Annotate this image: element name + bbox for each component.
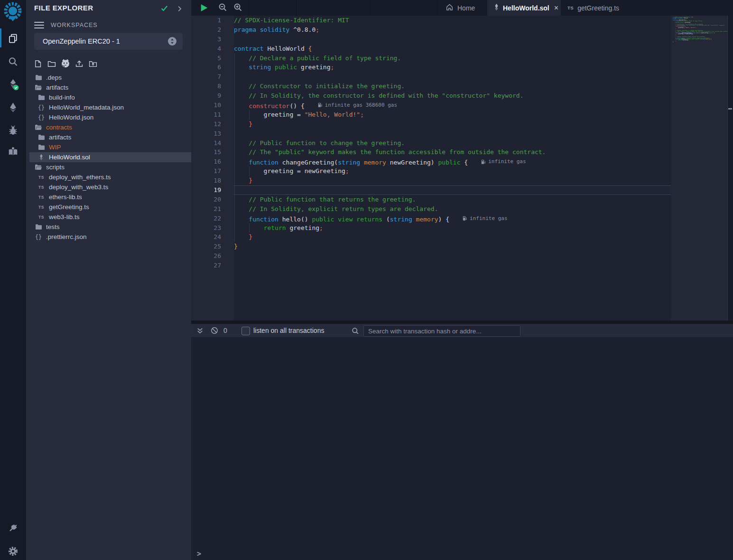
code-line-23[interactable]: return greeting; [234,223,671,233]
zoom-in-icon[interactable] [233,3,243,13]
code-line-16[interactable]: function changeGreeting(string memory ne… [234,157,671,166]
tab-separator [437,0,437,16]
code-line-15[interactable]: // The "public" keyword makes the functi… [234,147,671,157]
minimap[interactable]: // SPDX-License-Identifier: MITpragma so… [673,17,729,55]
tab-getgreeting-ts[interactable]: TS getGreeting.ts [561,0,628,16]
code-line-13[interactable] [234,129,671,138]
json-icon: {} [34,234,43,240]
code-line-2[interactable]: pragma solidity ^0.8.0; [234,25,671,35]
tree-item-.prettierrc.json[interactable]: {}.prettierrc.json [26,232,191,242]
debugger-icon[interactable] [0,120,26,139]
tree-item-artifacts[interactable]: artifacts [26,83,191,92]
code-line-21[interactable]: // In Solidity, explicit return types ar… [234,204,671,214]
line-number: 23 [191,223,234,233]
folder-open-icon [34,164,43,170]
tree-item-web3-lib.ts[interactable]: TSweb3-lib.ts [26,212,191,222]
code-line-19[interactable] [234,185,671,195]
tree-item-HelloWorld.sol[interactable]: HelloWorld.sol [29,152,191,162]
check-icon[interactable] [160,5,168,14]
code-line-18[interactable]: } [234,176,671,185]
upload-folder-icon[interactable] [89,59,97,68]
plugin-manager-icon[interactable] [0,519,26,538]
new-file-icon[interactable] [34,59,42,68]
learn-book-icon[interactable] [0,142,26,161]
tree-item-HelloWorld_metadata.json[interactable]: {}HelloWorld_metadata.json [26,102,191,112]
tab-helloworld-sol[interactable]: HelloWorld.sol × [487,0,561,16]
code-line-8[interactable]: // Constructor to initialize the greetin… [234,82,671,91]
code-line-7[interactable] [234,72,671,82]
tree-item-getGreeting.ts[interactable]: TSgetGreeting.ts [26,202,191,212]
code-line-10[interactable]: constructor() {infinite gas 368600 gas [234,101,671,110]
tree-item-build-info[interactable]: build-info [26,92,191,102]
line-number: 20 [191,195,234,204]
tab-home-label: Home [457,4,475,12]
code-line-24[interactable]: } [234,232,671,242]
tree-item-WIP[interactable]: WIP [26,142,191,152]
zoom-out-icon[interactable] [218,3,228,13]
tree-item-label: getGreeting.ts [49,203,89,211]
code-line-20[interactable]: // Public function that returns the gree… [234,195,671,204]
listen-transactions-checkbox[interactable] [241,327,250,335]
clear-console-icon[interactable] [211,327,218,336]
close-tab-icon[interactable]: × [554,4,558,12]
code-line-26[interactable] [234,251,671,261]
tree-item-scripts[interactable]: scripts [26,162,191,172]
code-line-12[interactable]: } [234,119,671,129]
code-line-5[interactable]: // Declare a public field of type string… [234,54,671,63]
tree-item-HelloWorld.json[interactable]: {}HelloWorld.json [26,112,191,122]
tree-item-label: .deps [46,74,62,81]
github-clone-icon[interactable] [61,59,70,68]
solidity-compiler-icon[interactable] [0,75,26,94]
tree-item-.deps[interactable]: .deps [26,73,191,83]
remix-ide-window: FILE EXPLORER WORKSPACES OpenZeppelin ER… [0,0,733,560]
transaction-search-input[interactable] [363,325,520,337]
settings-gear-icon[interactable] [0,542,26,560]
line-number: 21 [191,204,234,214]
code-line-9[interactable]: // In Solidity, the constructor is defin… [234,91,671,101]
tree-item-deploy_with_ethers.ts[interactable]: TSdeploy_with_ethers.ts [26,172,191,182]
code-line-4[interactable]: contract HelloWorld { [234,44,671,54]
tab-home[interactable]: Home [440,0,487,16]
line-number: 19 [191,185,234,195]
code-line-25[interactable]: } [234,242,671,251]
chevron-right-icon[interactable] [176,5,183,14]
search-icon[interactable] [0,52,26,71]
activity-bar [0,0,27,560]
code-line-3[interactable] [234,35,671,44]
files-icon[interactable] [0,28,26,47]
tree-item-deploy_with_web3.ts[interactable]: TSdeploy_with_web3.ts [26,182,191,192]
code-line-1[interactable]: // SPDX-License-Identifier: MIT [234,16,671,25]
code-line-6[interactable]: string public greeting; [234,63,671,72]
workspaces-menu-icon[interactable] [34,22,44,29]
code-line-22[interactable]: function hello() public view returns (st… [234,214,671,223]
code-editor[interactable]: 1234567891011121314151617181920212223242… [191,16,733,321]
code-content: // SPDX-License-Identifier: MITpragma so… [234,16,671,270]
line-number: 12 [191,119,234,129]
workspace-select[interactable]: OpenZeppelin ERC20 - 1 [34,33,183,50]
expand-terminal-icon[interactable] [196,327,204,336]
code-line-17[interactable]: greeting = newGreeting; [234,166,671,176]
tree-item-artifacts[interactable]: artifacts [26,132,191,142]
code-line-27[interactable] [234,261,671,270]
code-line-14[interactable]: // Public function to change the greetin… [234,138,671,148]
run-script-icon[interactable] [199,3,209,12]
folder-icon [37,134,46,140]
terminal-resize-handle[interactable] [191,321,733,324]
tree-item-ethers-lib.ts[interactable]: TSethers-lib.ts [26,192,191,202]
deploy-run-icon[interactable] [0,98,26,117]
line-number-gutter: 1234567891011121314151617181920212223242… [191,16,234,270]
line-number: 4 [191,44,234,54]
overview-ruler[interactable] [727,16,733,321]
line-number: 17 [191,166,234,176]
tree-item-contracts[interactable]: contracts [26,122,191,132]
tree-item-tests[interactable]: tests [26,222,191,232]
new-folder-icon[interactable] [47,59,56,68]
code-line-11[interactable]: greeting = "Hello, World!"; [234,110,671,119]
terminal-content[interactable]: > [191,337,733,560]
json-icon: {} [37,104,46,111]
tab-separator [370,0,370,16]
line-number: 16 [191,157,234,166]
tree-item-label: ethers-lib.ts [49,193,82,201]
remix-logo-icon[interactable] [1,1,24,24]
publish-gist-icon[interactable] [75,59,84,68]
